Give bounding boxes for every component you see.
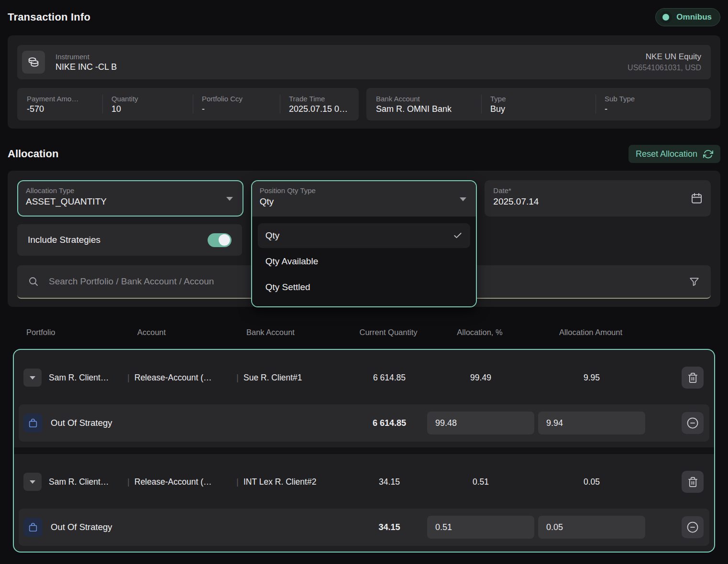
allocation-amount-cell: 0.05 [536, 477, 647, 487]
omnibus-toggle[interactable]: Omnibus [655, 8, 720, 26]
option-qty-label: Qty [265, 230, 280, 241]
divider [481, 95, 482, 114]
chevron-down-icon [226, 197, 233, 201]
allocation-header: Allocation Reset Allocation [8, 145, 720, 163]
position-qty-type-options: Qty Qty Available Qty Settled [252, 217, 476, 306]
expand-row-button[interactable] [23, 473, 42, 491]
divider [193, 95, 193, 114]
instrument-name: NIKE INC -CL B [55, 62, 617, 72]
type-label: Type [490, 95, 592, 103]
option-qty-available[interactable]: Qty Available [258, 249, 471, 274]
bank-account-label: Bank Account [376, 95, 477, 103]
page-title: Transaction Info [8, 11, 90, 23]
divider [280, 95, 280, 114]
allocation-form-row: Allocation Type ASSET_QUANTITY Position … [17, 180, 711, 217]
include-strategies-row: Include Strategies [17, 224, 242, 256]
allocation-form-card: Allocation Type ASSET_QUANTITY Position … [8, 171, 720, 307]
sub-type-value: - [605, 104, 706, 114]
col-bank-account: Bank Account [243, 328, 353, 337]
col-account: Account [133, 328, 243, 337]
instrument-field: Instrument NIKE INC -CL B [55, 53, 617, 72]
portfolio-ccy-label: Portfolio Ccy [202, 95, 276, 103]
allocation-type-label: Allocation Type [26, 186, 235, 195]
trash-icon [687, 372, 698, 383]
allocation-pct-input[interactable] [427, 516, 534, 539]
date-value: 2025.07.14 [493, 196, 702, 207]
instrument-isin: US6541061031, USD [628, 64, 701, 72]
strategy-name: Out Of Strategy [51, 522, 112, 532]
transaction-info-card: Instrument NIKE INC -CL B NKE UN Equity … [8, 35, 720, 129]
col-allocation-amount: Allocation Amount [535, 328, 646, 337]
col-current-quantity: Current Quantity [353, 328, 424, 337]
instrument-label: Instrument [55, 53, 617, 61]
bank-account-value: Sam R. OMNI Bank [376, 104, 477, 114]
option-qty-available-label: Qty Available [265, 256, 319, 267]
payment-amount-label: Payment Amo… [27, 95, 99, 103]
portfolio-ccy-field: Portfolio Ccy - [197, 95, 276, 114]
filter-icon[interactable] [688, 276, 700, 288]
allocation-type-select[interactable]: Allocation Type ASSET_QUANTITY [17, 180, 243, 217]
allocation-amount-input[interactable] [538, 516, 645, 539]
trade-time-label: Trade Time [289, 95, 354, 103]
col-portfolio: Portfolio [22, 328, 133, 337]
minus-circle-icon [686, 416, 699, 430]
date-label: Date* [493, 186, 702, 195]
trade-time-value: 2025.07.15 0… [289, 104, 354, 114]
allocation-title: Allocation [8, 148, 58, 160]
sub-type-field: Sub Type - [600, 95, 706, 114]
remove-strategy-button[interactable] [682, 412, 704, 434]
calendar-icon[interactable] [690, 192, 703, 205]
position-qty-type-label: Position Qty Type [260, 186, 469, 195]
strategy-current-quantity: 6 614.85 [353, 418, 425, 428]
allocation-table-header: Portfolio Account Bank Account Current Q… [13, 327, 715, 337]
allocation-amount-input[interactable] [538, 412, 645, 434]
option-qty-settled[interactable]: Qty Settled [258, 275, 471, 300]
strategy-bag-icon [23, 413, 43, 433]
type-value: Buy [490, 104, 592, 114]
option-qty-settled-label: Qty Settled [265, 282, 310, 293]
allocation-group: Sam R. Client… Release-Account (… INT Le… [14, 454, 714, 552]
allocation-amount-cell: 9.95 [536, 373, 647, 383]
quantity-label: Quantity [111, 95, 189, 103]
col-allocation-pct: Allocation, % [424, 328, 535, 337]
details-strip-left: Payment Amo… -570 Quantity 10 Portfolio … [17, 88, 359, 120]
allocation-table: Sam R. Client… Release-Account (… Sue R.… [13, 349, 715, 553]
allocation-type-value: ASSET_QUANTITY [26, 196, 235, 207]
allocation-pct-cell: 99.49 [425, 373, 536, 383]
strategy-row: Out Of Strategy 6 614.85 [19, 404, 709, 442]
allocation-pct-cell: 0.51 [425, 477, 536, 487]
portfolio-ccy-value: - [202, 104, 276, 114]
remove-strategy-button[interactable] [682, 516, 704, 538]
current-quantity-cell: 6 614.85 [353, 373, 425, 383]
date-picker-field[interactable]: Date* 2025.07.14 [485, 180, 711, 217]
bank-account-field: Bank Account Sam R. OMNI Bank [371, 95, 477, 114]
portfolio-cell: Sam R. Client… [49, 477, 109, 487]
allocation-pct-input[interactable] [427, 412, 534, 434]
trash-icon [687, 477, 698, 488]
table-row: Sam R. Client… Release-Account (… Sue R.… [19, 351, 709, 404]
account-cell: Release-Account (… [134, 477, 243, 487]
transaction-details: Payment Amo… -570 Quantity 10 Portfolio … [17, 88, 711, 120]
table-row: Sam R. Client… Release-Account (… INT Le… [19, 455, 709, 509]
reset-allocation-button[interactable]: Reset Allocation [629, 145, 720, 163]
strategy-row: Out Of Strategy 34.15 [19, 509, 709, 546]
expand-row-button[interactable] [23, 369, 42, 387]
allocation-screen: Transaction Info Omnibus Instrument NIKE… [0, 0, 728, 564]
payment-amount-value: -570 [27, 104, 99, 114]
include-strategies-toggle[interactable] [208, 233, 232, 247]
portfolio-cell: Sam R. Client… [49, 373, 109, 383]
position-qty-type-select[interactable]: Position Qty Type Qty [252, 181, 476, 217]
include-strategies-label: Include Strategies [28, 235, 100, 245]
refresh-icon [703, 149, 713, 159]
type-field: Type Buy [485, 95, 592, 114]
topbar: Transaction Info Omnibus [8, 8, 720, 27]
delete-row-button[interactable] [682, 471, 704, 493]
coins-icon [22, 51, 45, 74]
trade-time-field: Trade Time 2025.07.15 0… [284, 95, 354, 114]
instrument-ticker: NKE UN Equity [628, 52, 701, 62]
current-quantity-cell: 34.15 [353, 477, 425, 487]
option-qty[interactable]: Qty [258, 223, 471, 248]
instrument-identifiers: NKE UN Equity US6541061031, USD [628, 52, 701, 72]
delete-row-button[interactable] [682, 367, 704, 389]
allocation-group: Sam R. Client… Release-Account (… Sue R.… [14, 350, 714, 447]
